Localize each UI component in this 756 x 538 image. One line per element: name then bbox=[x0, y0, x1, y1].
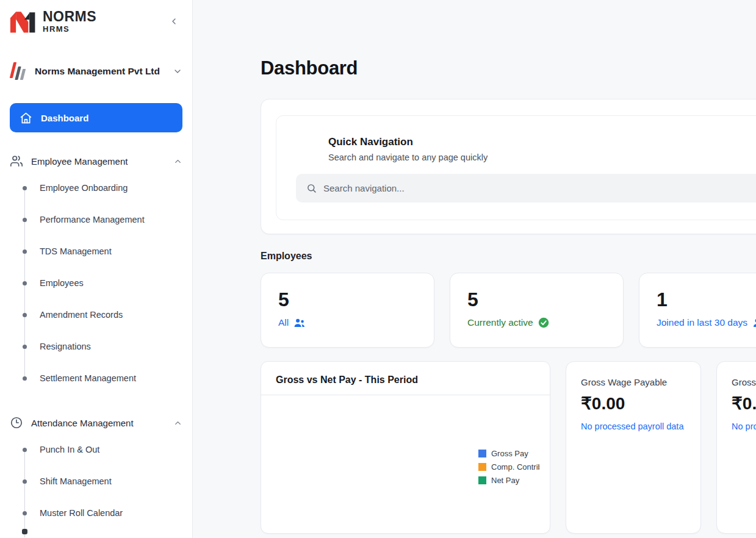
no-payroll-data-link[interactable]: No processed payroll data bbox=[732, 421, 756, 431]
section-label: Employee Management bbox=[31, 156, 165, 167]
quick-navigation-title: Quick Navigation bbox=[328, 136, 756, 148]
attendance-management-submenu: Punch In & Out Shift Management Muster R… bbox=[10, 434, 182, 529]
legend-label: Comp. Contrib bbox=[491, 462, 539, 472]
quick-navigation-search[interactable] bbox=[296, 174, 756, 203]
stat-link-all[interactable]: All bbox=[278, 317, 417, 328]
chevron-down-icon bbox=[173, 66, 182, 76]
stat-link-joined-last-30-days[interactable]: Joined in last 30 days bbox=[657, 317, 756, 328]
brand-logo: NORMS HRMS bbox=[10, 9, 96, 34]
pay-card-value: ₹0.00 bbox=[581, 393, 686, 414]
sidebar-item-employees[interactable]: Employees bbox=[10, 267, 182, 299]
employee-stats-row: 5 All 5 Currently active bbox=[261, 273, 756, 348]
sidebar-item-performance-management[interactable]: Performance Management bbox=[10, 204, 182, 235]
quick-navigation-card: Quick Navigation Search and navigate to … bbox=[261, 99, 756, 234]
legend-swatch-green bbox=[478, 476, 486, 484]
stat-card-joined-last-30-days: 1 Joined in last 30 days bbox=[639, 273, 756, 348]
sidebar: NORMS HRMS Norms Management Pvt Ltd Dash… bbox=[0, 0, 193, 538]
sidebar-item-dashboard[interactable]: Dashboard bbox=[10, 103, 182, 132]
employees-section-heading: Employees bbox=[261, 251, 312, 262]
chevron-left-icon bbox=[169, 16, 179, 26]
gross-vs-net-pay-chart-card: Gross vs Net Pay - This Period Gross Pay… bbox=[261, 361, 550, 534]
chart-title: Gross vs Net Pay - This Period bbox=[261, 362, 550, 395]
payroll-row: Gross vs Net Pay - This Period Gross Pay… bbox=[261, 361, 756, 534]
brand-logo-icon bbox=[10, 9, 38, 34]
pay-card-title: Gross Wage Payable bbox=[732, 377, 756, 387]
gross-wage-payable-card: Gross Wage Payable ₹0.00 No processed pa… bbox=[566, 361, 701, 534]
sidebar-collapse-button[interactable] bbox=[165, 13, 182, 30]
users-icon bbox=[10, 154, 23, 168]
stat-label: Currently active bbox=[467, 317, 533, 328]
search-icon bbox=[306, 183, 317, 193]
brand-subname: HRMS bbox=[43, 25, 96, 33]
sidebar-item-settlement-management[interactable]: Settlement Management bbox=[10, 362, 182, 394]
stat-value: 1 bbox=[657, 289, 756, 310]
sidebar-item-tds-management[interactable]: TDS Management bbox=[10, 235, 182, 267]
quick-navigation-panel: Quick Navigation Search and navigate to … bbox=[276, 115, 756, 220]
sidebar-section-employee-management[interactable]: Employee Management bbox=[10, 152, 182, 170]
pay-card-title: Gross Wage Payable bbox=[581, 377, 686, 387]
stat-card-currently-active: 5 Currently active bbox=[450, 273, 624, 348]
sidebar-header: NORMS HRMS bbox=[10, 0, 182, 38]
company-logo-icon bbox=[10, 62, 27, 81]
legend-item-gross-pay: Gross Pay bbox=[478, 447, 539, 460]
legend-swatch-blue bbox=[478, 450, 486, 457]
clock-icon bbox=[10, 416, 23, 429]
sidebar-item-label: Dashboard bbox=[41, 113, 88, 123]
quick-navigation-subtitle: Search and navigate to any page quickly bbox=[328, 152, 756, 162]
sidebar-item-employee-onboarding[interactable]: Employee Onboarding bbox=[10, 172, 182, 204]
stat-label: Joined in last 30 days bbox=[657, 317, 747, 328]
legend-item-comp-contrib: Comp. Contrib bbox=[478, 460, 539, 473]
no-payroll-data-link[interactable]: No processed payroll data bbox=[581, 421, 686, 431]
legend-label: Gross Pay bbox=[491, 449, 528, 458]
person-plus-icon bbox=[752, 317, 756, 328]
sidebar-section-attendance-management[interactable]: Attendance Management bbox=[10, 414, 182, 431]
search-input[interactable] bbox=[323, 183, 756, 193]
stat-value: 5 bbox=[467, 289, 606, 310]
stat-card-all-employees: 5 All bbox=[261, 273, 434, 348]
sidebar-item-resignations[interactable]: Resignations bbox=[10, 331, 182, 362]
employee-management-submenu: Employee Onboarding Performance Manageme… bbox=[10, 172, 182, 394]
legend-swatch-orange bbox=[478, 463, 486, 471]
sidebar-item-muster-roll-calendar[interactable]: Muster Roll Calendar bbox=[10, 497, 182, 529]
sidebar-item-shift-management[interactable]: Shift Management bbox=[10, 465, 182, 497]
stat-link-currently-active[interactable]: Currently active bbox=[467, 317, 606, 328]
chevron-up-icon bbox=[173, 418, 182, 428]
legend-item-net-pay: Net Pay bbox=[478, 473, 539, 487]
company-name: Norms Management Pvt Ltd bbox=[35, 66, 165, 77]
legend-label: Net Pay bbox=[491, 476, 519, 485]
stat-label: All bbox=[278, 317, 289, 328]
brand-name: NORMS bbox=[43, 10, 96, 24]
chevron-up-icon bbox=[173, 157, 182, 166]
home-icon bbox=[20, 112, 32, 124]
sidebar-item-punch-in-out[interactable]: Punch In & Out bbox=[10, 434, 182, 465]
pay-card-value: ₹0.00 bbox=[732, 393, 756, 414]
people-icon bbox=[293, 317, 306, 328]
sidebar-item-amendment-records[interactable]: Amendment Records bbox=[10, 299, 182, 331]
stat-value: 5 bbox=[278, 289, 417, 310]
section-label: Attendance Management bbox=[31, 418, 165, 428]
check-circle-icon bbox=[538, 317, 549, 328]
chart-legend: Gross Pay Comp. Contrib Net Pay bbox=[478, 447, 539, 487]
page-title: Dashboard bbox=[261, 57, 358, 79]
company-selector[interactable]: Norms Management Pvt Ltd bbox=[10, 59, 182, 84]
gross-wage-payable-card-2: Gross Wage Payable ₹0.00 No processed pa… bbox=[716, 361, 756, 534]
